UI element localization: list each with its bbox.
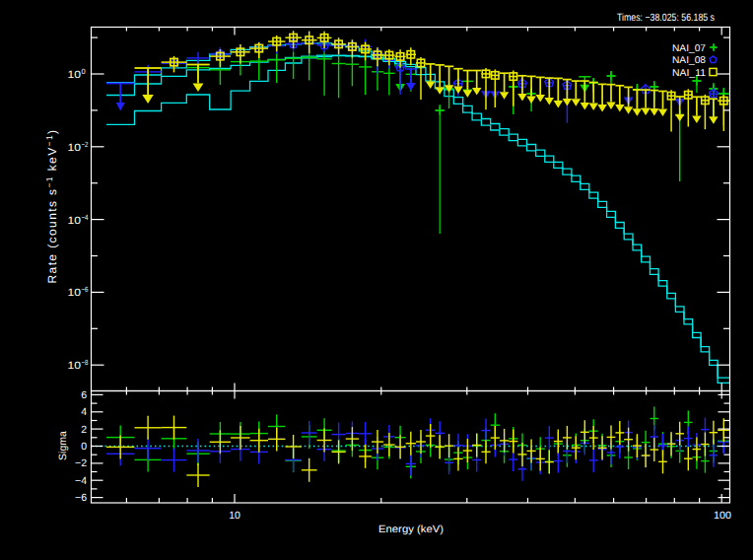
svg-text:Energy (keV): Energy (keV) bbox=[378, 524, 444, 535]
svg-text:−6: −6 bbox=[75, 492, 87, 504]
svg-text:−4: −4 bbox=[82, 213, 89, 222]
svg-text:4: 4 bbox=[81, 406, 87, 418]
svg-text:2: 2 bbox=[81, 424, 87, 436]
svg-text:10: 10 bbox=[68, 69, 82, 81]
svg-text:10: 10 bbox=[68, 360, 82, 372]
svg-text:NAI_08: NAI_08 bbox=[672, 55, 706, 66]
svg-text:10: 10 bbox=[68, 215, 82, 227]
svg-text:0: 0 bbox=[81, 441, 87, 453]
svg-text:−2: −2 bbox=[82, 140, 89, 149]
svg-text:NAI_07: NAI_07 bbox=[672, 43, 706, 54]
svg-text:−2: −2 bbox=[75, 457, 87, 469]
svg-text:Rate (counts s−1 keV−1): Rate (counts s−1 keV−1) bbox=[44, 129, 60, 284]
svg-text:−8: −8 bbox=[82, 358, 89, 367]
svg-text:10: 10 bbox=[68, 287, 82, 299]
svg-text:NAI_11: NAI_11 bbox=[672, 68, 706, 79]
svg-text:Sigma: Sigma bbox=[57, 431, 69, 460]
svg-text:6: 6 bbox=[81, 389, 87, 401]
svg-text:−4: −4 bbox=[75, 475, 87, 487]
svg-text:−6: −6 bbox=[82, 285, 89, 294]
svg-text:10: 10 bbox=[229, 510, 240, 522]
svg-text:Times: −38.025: 56.185 s: Times: −38.025: 56.185 s bbox=[617, 12, 715, 24]
svg-text:10: 10 bbox=[68, 142, 82, 154]
svg-text:100: 100 bbox=[714, 510, 731, 522]
svg-text:0: 0 bbox=[82, 67, 86, 76]
